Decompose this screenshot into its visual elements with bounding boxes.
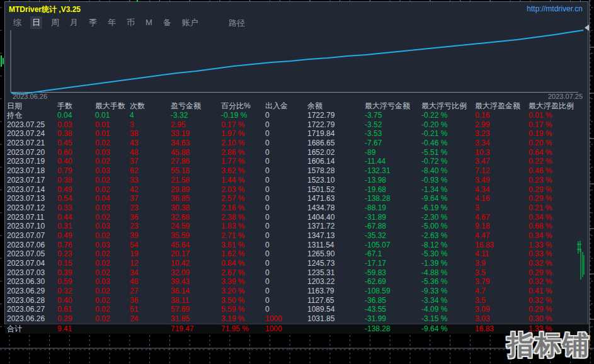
table-cell: 2.99 bbox=[475, 120, 489, 130]
table-cell: -8.12 % bbox=[421, 241, 447, 250]
table-cell: 54 bbox=[130, 241, 138, 250]
table-total-row[interactable]: 合计9.41719.4771.95 %1000-138.28-9.64 %16.… bbox=[5, 324, 589, 334]
table-cell: 0.02 bbox=[95, 268, 110, 278]
table-row[interactable]: 2023.07.120.330.032330.382.16 %01434.78-… bbox=[5, 203, 589, 213]
table-cell: 36.14 bbox=[171, 287, 190, 296]
menu-tab-M[interactable]: M bbox=[144, 17, 154, 28]
table-row[interactable]: 2023.07.190.400.023727.861.77 %01606.14-… bbox=[5, 157, 589, 166]
menu-tab-日[interactable]: 日 bbox=[30, 16, 42, 29]
table-row[interactable]: 2023.07.040.150.021210.420.84 %01245.73-… bbox=[5, 259, 589, 268]
table-cell: 10.42 bbox=[171, 259, 190, 268]
table-row[interactable]: 2023.07.250.030.0132.950.17 %01722.79-3.… bbox=[5, 120, 589, 130]
app-title: MTDriver统计 ,V3.25 bbox=[9, 4, 81, 15]
table-cell: 12 bbox=[130, 259, 138, 268]
table-cell: 0.32 % bbox=[528, 259, 552, 268]
table-cell: 27.86 bbox=[171, 157, 190, 166]
vendor-url-link[interactable]: http://mtdriver.cn bbox=[527, 4, 583, 13]
table-cell: 39.43 bbox=[171, 277, 190, 287]
table-row[interactable]: 2023.07.130.540.043736.852.57 %01471.63-… bbox=[5, 194, 589, 203]
table-row[interactable]: 2023.07.200.600.034845.882.86 %01652.02-… bbox=[5, 148, 589, 157]
table-cell: 4.34 bbox=[475, 185, 489, 195]
table-cell: 0.02 bbox=[95, 157, 110, 166]
table-cell: -35.32 bbox=[365, 231, 386, 241]
menu-item-path[interactable]: 路径 bbox=[229, 18, 245, 29]
table-cell: 0.23 % bbox=[528, 176, 552, 185]
table-row[interactable]: 2023.07.100.310.032324.591.83 %01371.72-… bbox=[5, 222, 589, 231]
table-row[interactable]: 2023.07.030.390.023432.092.67 %01235.31-… bbox=[5, 268, 589, 278]
menu-tab-账户[interactable]: 账户 bbox=[180, 16, 200, 29]
table-cell: 0.40 bbox=[57, 296, 72, 305]
table-cell: -9.64 % bbox=[421, 324, 447, 334]
table-cell: -0.19 % bbox=[221, 111, 247, 120]
table-cell: 45.88 bbox=[171, 148, 190, 157]
table-cell: 1089.54 bbox=[307, 305, 334, 314]
menu-tab-季[interactable]: 季 bbox=[87, 16, 99, 29]
table-row[interactable]: 2023.06.280.400.023638.113.50 %01127.65-… bbox=[5, 296, 589, 305]
table-cell: 0.02 bbox=[95, 213, 110, 222]
table-cell: 3.23 bbox=[475, 129, 489, 139]
table-cell: 合计 bbox=[7, 324, 22, 334]
table-row[interactable]: 2023.07.070.490.023935.592.71 %01347.13-… bbox=[5, 231, 589, 241]
table-cell: -138.28 bbox=[365, 324, 391, 334]
table-cell: -5.00 % bbox=[421, 222, 447, 231]
table-row[interactable]: 2023.06.260.290.022431.853.19 %10001031.… bbox=[5, 314, 589, 324]
chart-start-date: 2023.06.26 bbox=[13, 93, 47, 100]
table-cell: 1245.73 bbox=[307, 259, 334, 268]
table-row[interactable]: 2023.07.050.230.021920.171.62 %01265.90-… bbox=[5, 249, 589, 259]
table-cell: -3.34 % bbox=[421, 296, 447, 305]
menu-tab-月[interactable]: 月 bbox=[68, 16, 80, 29]
table-cell: 2.10 % bbox=[221, 139, 244, 148]
equity-chart: 2023.06.26 2023.07.25 bbox=[5, 28, 589, 101]
table-cell: 0.21 % bbox=[528, 203, 552, 213]
table-cell: 36 bbox=[130, 213, 138, 222]
table-cell: 0 bbox=[265, 139, 270, 148]
table-cell: -132.31 bbox=[365, 166, 391, 176]
menu-tab-综[interactable]: 综 bbox=[11, 16, 23, 29]
table-cell: 2023.07.19 bbox=[7, 157, 45, 166]
table-cell: 0.46 % bbox=[528, 166, 552, 176]
table-cell: 0 bbox=[265, 185, 270, 195]
table-cell: -6.19 % bbox=[421, 203, 447, 213]
table-cell: 0.61 bbox=[57, 305, 72, 314]
table-cell: 34.63 bbox=[171, 139, 190, 148]
table-cell: -31.89 bbox=[365, 213, 386, 222]
table-row[interactable]: 2023.07.170.380.023321.581.44 %01523.10-… bbox=[5, 176, 589, 185]
table-row[interactable]: 持仓0.040.014-3.32-0.19 %01722.79-3.75-0.2… bbox=[5, 111, 589, 120]
table-cell: 0 bbox=[265, 129, 270, 139]
table-cell: 1686.65 bbox=[307, 139, 334, 148]
table-cell: 2023.07.14 bbox=[7, 185, 45, 195]
table-cell: -3.53 bbox=[365, 129, 382, 139]
stats-table: 日期手数最大手数次数盈亏金额百分比%出入金余额最大浮亏金额最大浮亏比例最大浮盈金… bbox=[5, 101, 589, 334]
table-row[interactable]: 2023.06.290.320.022736.143.20 %01163.79-… bbox=[5, 287, 589, 296]
table-cell: 0.33 % bbox=[528, 249, 552, 259]
table-cell: 2.95 bbox=[171, 120, 185, 130]
table-cell: 4.67 bbox=[475, 213, 489, 222]
menu-tab-年[interactable]: 年 bbox=[106, 16, 118, 29]
table-row[interactable]: 2023.07.060.760.035445.643.61 %01311.54-… bbox=[5, 241, 589, 250]
table-cell: 0.03 bbox=[95, 222, 110, 231]
table-cell: 余额 bbox=[307, 101, 323, 111]
table-cell: 2023.07.24 bbox=[7, 129, 45, 139]
table-row[interactable]: 2023.07.180.790.036255.183.62 %01578.28-… bbox=[5, 166, 589, 176]
table-cell: -2.63 % bbox=[421, 231, 447, 241]
table-cell: 1434.78 bbox=[307, 203, 334, 213]
table-row[interactable]: 2023.06.300.590.034839.433.39 %01203.22-… bbox=[5, 277, 589, 287]
table-cell: 37 bbox=[130, 157, 138, 166]
menu-tab-周[interactable]: 周 bbox=[49, 16, 61, 29]
table-cell: 手数 bbox=[57, 101, 72, 111]
table-cell: 0 bbox=[265, 194, 270, 203]
table-cell: 24.59 bbox=[171, 222, 190, 231]
table-row[interactable]: 2023.07.140.490.024229.892.03 %01501.52-… bbox=[5, 185, 589, 195]
table-row[interactable]: 2023.07.240.380.013833.191.97 %01719.84-… bbox=[5, 129, 589, 139]
menu-tab-备[interactable]: 备 bbox=[161, 16, 173, 29]
table-cell: 0 bbox=[265, 231, 270, 241]
table-row[interactable]: 2023.07.210.450.024334.632.10 %01686.65-… bbox=[5, 139, 589, 148]
menu-tab-币[interactable]: 币 bbox=[125, 16, 137, 29]
table-cell: 0.02 bbox=[95, 139, 110, 148]
table-cell: 2.38 % bbox=[221, 213, 244, 222]
table-cell: 3.61 % bbox=[221, 241, 244, 250]
table-cell: -13.98 bbox=[365, 176, 386, 185]
table-row[interactable]: 2023.07.110.440.023632.682.38 %01404.40-… bbox=[5, 213, 589, 222]
table-row[interactable]: 2023.06.270.610.025157.695.59 %01089.54-… bbox=[5, 305, 589, 314]
table-cell: 最大浮亏金额 bbox=[365, 101, 410, 111]
